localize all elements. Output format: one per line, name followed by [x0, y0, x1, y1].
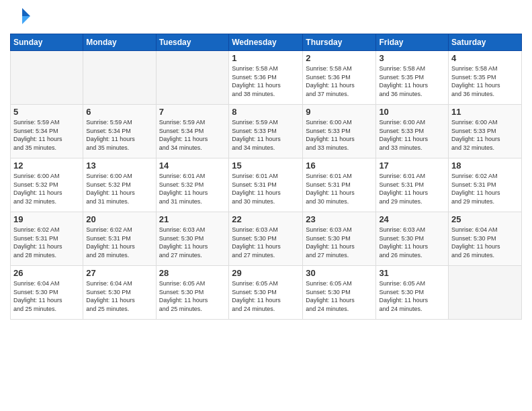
day-number: 17: [379, 161, 445, 171]
day-number: 14: [159, 161, 226, 171]
day-number: 1: [232, 53, 300, 63]
page-header: [10, 7, 522, 28]
calendar-cell: 14Sunrise: 6:01 AM Sunset: 5:32 PM Dayli…: [156, 158, 229, 212]
day-number: 15: [232, 161, 300, 171]
day-info: Sunrise: 6:04 AM Sunset: 5:30 PM Dayligh…: [451, 226, 519, 259]
day-info: Sunrise: 6:00 AM Sunset: 5:33 PM Dayligh…: [306, 118, 373, 152]
day-number: 9: [306, 107, 373, 117]
calendar-header-day: Friday: [376, 34, 449, 51]
day-info: Sunrise: 6:02 AM Sunset: 5:31 PM Dayligh…: [13, 226, 80, 259]
day-number: 3: [379, 53, 445, 63]
day-number: 2: [306, 53, 373, 63]
calendar-cell: 3Sunrise: 5:58 AM Sunset: 5:35 PM Daylig…: [376, 51, 449, 105]
calendar-cell: 20Sunrise: 6:02 AM Sunset: 5:31 PM Dayli…: [83, 212, 156, 266]
day-info: Sunrise: 5:59 AM Sunset: 5:34 PM Dayligh…: [86, 118, 152, 152]
calendar-cell: 6Sunrise: 5:59 AM Sunset: 5:34 PM Daylig…: [83, 105, 156, 158]
day-info: Sunrise: 6:01 AM Sunset: 5:32 PM Dayligh…: [159, 172, 226, 205]
calendar-cell: 7Sunrise: 5:59 AM Sunset: 5:34 PM Daylig…: [156, 105, 229, 158]
day-info: Sunrise: 5:58 AM Sunset: 5:36 PM Dayligh…: [232, 64, 300, 98]
calendar-cell: 2Sunrise: 5:58 AM Sunset: 5:36 PM Daylig…: [303, 51, 376, 105]
calendar-cell: 1Sunrise: 5:58 AM Sunset: 5:36 PM Daylig…: [229, 51, 303, 105]
day-number: 27: [86, 268, 152, 278]
calendar-cell: 17Sunrise: 6:01 AM Sunset: 5:31 PM Dayli…: [376, 158, 449, 212]
day-number: 8: [232, 107, 300, 117]
calendar-header-row: SundayMondayTuesdayWednesdayThursdayFrid…: [11, 34, 522, 51]
calendar-week-row: 19Sunrise: 6:02 AM Sunset: 5:31 PM Dayli…: [11, 212, 522, 266]
day-info: Sunrise: 6:00 AM Sunset: 5:33 PM Dayligh…: [379, 118, 445, 152]
day-info: Sunrise: 6:01 AM Sunset: 5:31 PM Dayligh…: [232, 172, 300, 205]
calendar-cell: [156, 51, 229, 105]
day-info: Sunrise: 5:58 AM Sunset: 5:35 PM Dayligh…: [451, 64, 519, 98]
calendar-cell: 29Sunrise: 6:05 AM Sunset: 5:30 PM Dayli…: [229, 266, 303, 320]
day-number: 16: [306, 161, 373, 171]
calendar-cell: 26Sunrise: 6:04 AM Sunset: 5:30 PM Dayli…: [11, 266, 83, 320]
calendar-cell: 8Sunrise: 5:59 AM Sunset: 5:33 PM Daylig…: [229, 105, 303, 158]
day-info: Sunrise: 6:02 AM Sunset: 5:31 PM Dayligh…: [451, 172, 519, 205]
day-number: 6: [86, 107, 152, 117]
calendar-cell: 12Sunrise: 6:00 AM Sunset: 5:32 PM Dayli…: [11, 158, 83, 212]
calendar-cell: 28Sunrise: 6:05 AM Sunset: 5:30 PM Dayli…: [156, 266, 229, 320]
day-number: 22: [232, 214, 300, 224]
day-number: 26: [13, 268, 80, 278]
day-info: Sunrise: 5:58 AM Sunset: 5:36 PM Dayligh…: [306, 64, 373, 98]
svg-marker-0: [22, 8, 30, 16]
calendar-cell: [449, 266, 522, 320]
logo: [10, 7, 32, 28]
day-info: Sunrise: 6:04 AM Sunset: 5:30 PM Dayligh…: [86, 279, 152, 313]
logo-text: [10, 7, 32, 28]
day-number: 4: [451, 53, 519, 63]
day-info: Sunrise: 6:05 AM Sunset: 5:30 PM Dayligh…: [232, 279, 300, 313]
calendar-week-row: 1Sunrise: 5:58 AM Sunset: 5:36 PM Daylig…: [11, 51, 522, 105]
calendar-cell: 15Sunrise: 6:01 AM Sunset: 5:31 PM Dayli…: [229, 158, 303, 212]
calendar-cell: 9Sunrise: 6:00 AM Sunset: 5:33 PM Daylig…: [303, 105, 376, 158]
calendar-cell: 24Sunrise: 6:03 AM Sunset: 5:30 PM Dayli…: [376, 212, 449, 266]
day-info: Sunrise: 6:01 AM Sunset: 5:31 PM Dayligh…: [379, 172, 445, 205]
day-number: 23: [306, 214, 373, 224]
calendar-cell: 22Sunrise: 6:03 AM Sunset: 5:30 PM Dayli…: [229, 212, 303, 266]
day-number: 5: [13, 107, 80, 117]
day-number: 30: [306, 268, 373, 278]
day-number: 25: [451, 214, 519, 224]
calendar-header-day: Tuesday: [156, 34, 229, 51]
calendar-cell: 4Sunrise: 5:58 AM Sunset: 5:35 PM Daylig…: [449, 51, 522, 105]
day-number: 11: [451, 107, 519, 117]
day-number: 20: [86, 214, 152, 224]
calendar-cell: 21Sunrise: 6:03 AM Sunset: 5:30 PM Dayli…: [156, 212, 229, 266]
calendar-cell: [83, 51, 156, 105]
day-info: Sunrise: 6:05 AM Sunset: 5:30 PM Dayligh…: [159, 279, 226, 313]
calendar-cell: 13Sunrise: 6:00 AM Sunset: 5:32 PM Dayli…: [83, 158, 156, 212]
calendar-header-day: Saturday: [449, 34, 522, 51]
calendar-cell: 30Sunrise: 6:05 AM Sunset: 5:30 PM Dayli…: [303, 266, 376, 320]
day-info: Sunrise: 6:03 AM Sunset: 5:30 PM Dayligh…: [159, 226, 226, 259]
day-info: Sunrise: 6:02 AM Sunset: 5:31 PM Dayligh…: [86, 226, 152, 259]
day-info: Sunrise: 6:00 AM Sunset: 5:33 PM Dayligh…: [451, 118, 519, 152]
day-info: Sunrise: 6:05 AM Sunset: 5:30 PM Dayligh…: [306, 279, 373, 313]
day-info: Sunrise: 6:03 AM Sunset: 5:30 PM Dayligh…: [379, 226, 445, 259]
day-number: 29: [232, 268, 300, 278]
day-info: Sunrise: 5:58 AM Sunset: 5:35 PM Dayligh…: [379, 64, 445, 98]
calendar-cell: 23Sunrise: 6:03 AM Sunset: 5:30 PM Dayli…: [303, 212, 376, 266]
day-number: 7: [159, 107, 226, 117]
calendar-week-row: 26Sunrise: 6:04 AM Sunset: 5:30 PM Dayli…: [11, 266, 522, 320]
day-info: Sunrise: 6:05 AM Sunset: 5:30 PM Dayligh…: [379, 279, 445, 313]
calendar-cell: 18Sunrise: 6:02 AM Sunset: 5:31 PM Dayli…: [449, 158, 522, 212]
day-info: Sunrise: 5:59 AM Sunset: 5:34 PM Dayligh…: [13, 118, 80, 152]
calendar-cell: 5Sunrise: 5:59 AM Sunset: 5:34 PM Daylig…: [11, 105, 83, 158]
day-info: Sunrise: 6:00 AM Sunset: 5:32 PM Dayligh…: [13, 172, 80, 205]
calendar-cell: 31Sunrise: 6:05 AM Sunset: 5:30 PM Dayli…: [376, 266, 449, 320]
day-number: 28: [159, 268, 226, 278]
calendar-week-row: 5Sunrise: 5:59 AM Sunset: 5:34 PM Daylig…: [11, 105, 522, 158]
day-number: 21: [159, 214, 226, 224]
svg-marker-1: [22, 16, 30, 24]
logo-icon: [13, 7, 32, 28]
day-info: Sunrise: 5:59 AM Sunset: 5:34 PM Dayligh…: [159, 118, 226, 152]
calendar-cell: 19Sunrise: 6:02 AM Sunset: 5:31 PM Dayli…: [11, 212, 83, 266]
calendar-cell: 25Sunrise: 6:04 AM Sunset: 5:30 PM Dayli…: [449, 212, 522, 266]
calendar-cell: 16Sunrise: 6:01 AM Sunset: 5:31 PM Dayli…: [303, 158, 376, 212]
calendar-cell: 27Sunrise: 6:04 AM Sunset: 5:30 PM Dayli…: [83, 266, 156, 320]
day-number: 12: [13, 161, 80, 171]
calendar-week-row: 12Sunrise: 6:00 AM Sunset: 5:32 PM Dayli…: [11, 158, 522, 212]
calendar-header-day: Monday: [83, 34, 156, 51]
day-info: Sunrise: 6:01 AM Sunset: 5:31 PM Dayligh…: [306, 172, 373, 205]
calendar-table: SundayMondayTuesdayWednesdayThursdayFrid…: [10, 34, 522, 320]
